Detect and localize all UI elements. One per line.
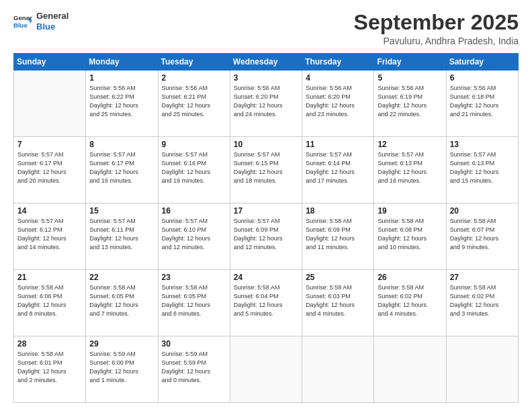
day-info: Sunrise: 5:58 AM Sunset: 6:09 PM Dayligh… [306, 217, 370, 252]
day-number: 18 [306, 206, 370, 216]
day-info: Sunrise: 5:57 AM Sunset: 6:10 PM Dayligh… [162, 217, 226, 252]
day-info: Sunrise: 5:56 AM Sunset: 6:18 PM Dayligh… [450, 84, 515, 119]
calendar-cell: 26Sunrise: 5:58 AM Sunset: 6:02 PM Dayli… [374, 270, 446, 336]
calendar-cell: 6Sunrise: 5:56 AM Sunset: 6:18 PM Daylig… [446, 71, 518, 137]
day-info: Sunrise: 5:58 AM Sunset: 6:04 PM Dayligh… [234, 283, 298, 318]
calendar-week-3: 21Sunrise: 5:58 AM Sunset: 6:06 PM Dayli… [14, 270, 519, 336]
day-number: 29 [89, 339, 154, 349]
day-number: 2 [162, 73, 226, 83]
day-info: Sunrise: 5:58 AM Sunset: 6:05 PM Dayligh… [89, 283, 154, 318]
day-info: Sunrise: 5:58 AM Sunset: 6:03 PM Dayligh… [306, 283, 370, 318]
logo-blue: Blue [36, 21, 69, 32]
day-number: 6 [450, 73, 515, 83]
calendar-week-0: 1Sunrise: 5:56 AM Sunset: 6:22 PM Daylig… [14, 71, 519, 137]
calendar-week-4: 28Sunrise: 5:58 AM Sunset: 6:01 PM Dayli… [14, 336, 519, 403]
calendar-cell: 7Sunrise: 5:57 AM Sunset: 6:17 PM Daylig… [14, 137, 86, 203]
day-number: 8 [89, 140, 154, 149]
calendar-cell: 22Sunrise: 5:58 AM Sunset: 6:05 PM Dayli… [86, 270, 158, 336]
day-number: 20 [450, 206, 515, 216]
calendar-cell: 23Sunrise: 5:58 AM Sunset: 6:05 PM Dayli… [158, 270, 230, 336]
calendar-cell: 11Sunrise: 5:57 AM Sunset: 6:14 PM Dayli… [302, 137, 374, 203]
calendar-week-2: 14Sunrise: 5:57 AM Sunset: 6:12 PM Dayli… [14, 203, 519, 270]
day-info: Sunrise: 5:57 AM Sunset: 6:09 PM Dayligh… [234, 217, 298, 252]
day-info: Sunrise: 5:56 AM Sunset: 6:20 PM Dayligh… [234, 84, 298, 119]
day-number: 7 [17, 140, 82, 149]
day-info: Sunrise: 5:58 AM Sunset: 6:02 PM Dayligh… [450, 283, 515, 318]
day-number: 28 [17, 339, 82, 349]
calendar-cell: 2Sunrise: 5:56 AM Sunset: 6:21 PM Daylig… [158, 71, 230, 137]
svg-text:Blue: Blue [13, 21, 28, 28]
day-info: Sunrise: 5:58 AM Sunset: 6:05 PM Dayligh… [162, 283, 226, 318]
calendar-cell: 4Sunrise: 5:56 AM Sunset: 6:20 PM Daylig… [302, 71, 374, 137]
calendar-cell: 19Sunrise: 5:58 AM Sunset: 6:08 PM Dayli… [374, 203, 446, 270]
day-info: Sunrise: 5:58 AM Sunset: 6:06 PM Dayligh… [17, 283, 82, 318]
day-number: 1 [89, 73, 154, 83]
logo: General Blue General Blue [13, 11, 69, 32]
calendar-cell: 28Sunrise: 5:58 AM Sunset: 6:01 PM Dayli… [14, 336, 86, 403]
day-info: Sunrise: 5:58 AM Sunset: 6:02 PM Dayligh… [378, 283, 442, 318]
calendar-cell [446, 336, 518, 403]
day-info: Sunrise: 5:57 AM Sunset: 6:12 PM Dayligh… [17, 217, 82, 252]
title-block: September 2025 Pavuluru, Andhra Pradesh,… [354, 11, 519, 46]
day-number: 30 [162, 339, 226, 349]
day-number: 11 [306, 140, 370, 149]
weekday-header-wednesday: Wednesday [230, 54, 302, 71]
day-info: Sunrise: 5:57 AM Sunset: 6:13 PM Dayligh… [450, 150, 515, 185]
day-info: Sunrise: 5:57 AM Sunset: 6:11 PM Dayligh… [89, 217, 154, 252]
day-number: 21 [17, 273, 82, 282]
weekday-header-thursday: Thursday [302, 54, 374, 71]
calendar-cell [230, 336, 302, 403]
day-number: 26 [378, 273, 442, 282]
calendar-cell: 24Sunrise: 5:58 AM Sunset: 6:04 PM Dayli… [230, 270, 302, 336]
calendar-cell: 5Sunrise: 5:56 AM Sunset: 6:19 PM Daylig… [374, 71, 446, 137]
day-number: 25 [306, 273, 370, 282]
day-info: Sunrise: 5:57 AM Sunset: 6:15 PM Dayligh… [234, 150, 298, 185]
day-number: 5 [378, 73, 442, 83]
calendar-cell: 17Sunrise: 5:57 AM Sunset: 6:09 PM Dayli… [230, 203, 302, 270]
page: General Blue General Blue September 2025… [0, 0, 532, 411]
day-number: 15 [89, 206, 154, 216]
weekday-header-saturday: Saturday [446, 54, 518, 71]
location: Pavuluru, Andhra Pradesh, India [354, 36, 519, 46]
day-number: 24 [234, 273, 298, 282]
calendar-cell: 16Sunrise: 5:57 AM Sunset: 6:10 PM Dayli… [158, 203, 230, 270]
day-number: 3 [234, 73, 298, 83]
day-info: Sunrise: 5:57 AM Sunset: 6:16 PM Dayligh… [162, 150, 226, 185]
day-info: Sunrise: 5:56 AM Sunset: 6:20 PM Dayligh… [306, 84, 370, 119]
day-number: 12 [378, 140, 442, 149]
day-number: 17 [234, 206, 298, 216]
calendar-cell [14, 71, 86, 137]
calendar-cell: 12Sunrise: 5:57 AM Sunset: 6:13 PM Dayli… [374, 137, 446, 203]
day-info: Sunrise: 5:56 AM Sunset: 6:22 PM Dayligh… [89, 84, 154, 119]
day-info: Sunrise: 5:57 AM Sunset: 6:17 PM Dayligh… [17, 150, 82, 185]
header: General Blue General Blue September 2025… [13, 11, 519, 46]
day-info: Sunrise: 5:59 AM Sunset: 5:59 PM Dayligh… [162, 350, 226, 385]
day-info: Sunrise: 5:56 AM Sunset: 6:19 PM Dayligh… [378, 84, 442, 119]
day-number: 22 [89, 273, 154, 282]
day-number: 9 [162, 140, 226, 149]
day-number: 14 [17, 206, 82, 216]
day-number: 19 [378, 206, 442, 216]
day-info: Sunrise: 5:56 AM Sunset: 6:21 PM Dayligh… [162, 84, 226, 119]
calendar-cell: 9Sunrise: 5:57 AM Sunset: 6:16 PM Daylig… [158, 137, 230, 203]
day-number: 4 [306, 73, 370, 83]
day-number: 13 [450, 140, 515, 149]
weekday-header-monday: Monday [86, 54, 158, 71]
calendar-cell: 1Sunrise: 5:56 AM Sunset: 6:22 PM Daylig… [86, 71, 158, 137]
calendar-cell: 20Sunrise: 5:58 AM Sunset: 6:07 PM Dayli… [446, 203, 518, 270]
calendar-cell: 25Sunrise: 5:58 AM Sunset: 6:03 PM Dayli… [302, 270, 374, 336]
calendar-week-1: 7Sunrise: 5:57 AM Sunset: 6:17 PM Daylig… [14, 137, 519, 203]
calendar-cell: 14Sunrise: 5:57 AM Sunset: 6:12 PM Dayli… [14, 203, 86, 270]
day-number: 16 [162, 206, 226, 216]
day-number: 23 [162, 273, 226, 282]
calendar-header-row: SundayMondayTuesdayWednesdayThursdayFrid… [14, 54, 519, 71]
calendar-cell [374, 336, 446, 403]
calendar-cell: 27Sunrise: 5:58 AM Sunset: 6:02 PM Dayli… [446, 270, 518, 336]
day-info: Sunrise: 5:58 AM Sunset: 6:08 PM Dayligh… [378, 217, 442, 252]
day-info: Sunrise: 5:57 AM Sunset: 6:13 PM Dayligh… [378, 150, 442, 185]
calendar-cell: 30Sunrise: 5:59 AM Sunset: 5:59 PM Dayli… [158, 336, 230, 403]
svg-marker-3 [29, 20, 32, 24]
month-title: September 2025 [354, 11, 519, 34]
logo-icon: General Blue [13, 12, 32, 31]
day-info: Sunrise: 5:58 AM Sunset: 6:07 PM Dayligh… [450, 217, 515, 252]
